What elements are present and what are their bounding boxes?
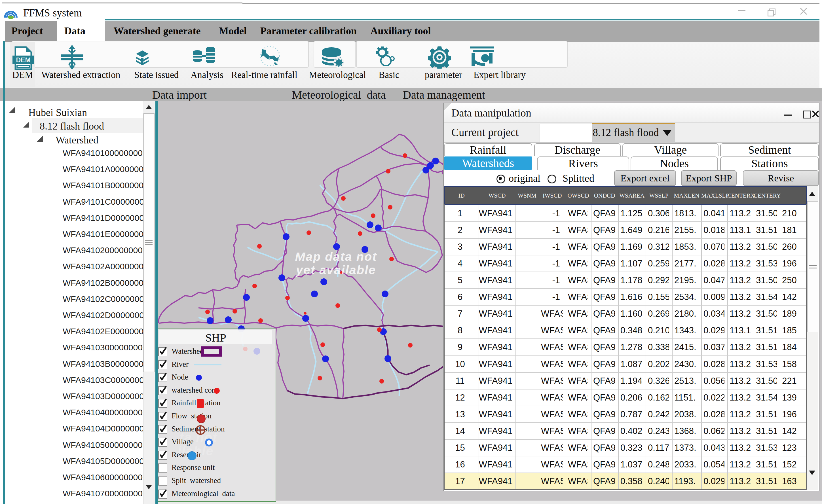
svg-text:DEM: DEM	[16, 56, 30, 64]
svg-text:Map data not: Map data not	[295, 250, 377, 263]
svg-text:yet available: yet available	[296, 263, 376, 277]
